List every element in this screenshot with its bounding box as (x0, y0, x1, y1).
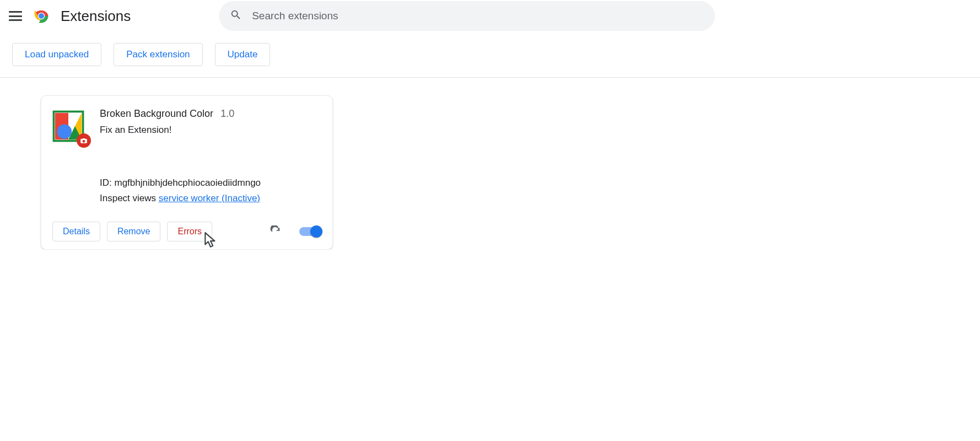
extension-icon (52, 110, 84, 142)
extension-version: 1.0 (220, 108, 234, 119)
page-title: Extensions (61, 8, 131, 25)
remove-button[interactable]: Remove (107, 222, 161, 241)
search-icon (230, 9, 242, 23)
pack-extension-button[interactable]: Pack extension (114, 43, 202, 66)
extension-inspect-row: Inspect views service worker (Inactive) (100, 191, 321, 206)
inspect-views-label: Inspect views (100, 193, 156, 203)
reload-icon[interactable] (270, 225, 282, 238)
extension-id-label: ID: (100, 178, 112, 188)
app-header: Extensions (0, 0, 980, 32)
extension-name: Broken Background Color (100, 108, 213, 119)
extension-title-row: Broken Background Color 1.0 (100, 107, 321, 120)
dev-toolbar: Load unpacked Pack extension Update (0, 32, 980, 78)
chrome-logo-icon (33, 8, 50, 24)
errors-button[interactable]: Errors (167, 222, 212, 241)
extensions-grid: Broken Background Color 1.0 Fix an Exten… (0, 78, 980, 250)
service-worker-link[interactable]: service worker (Inactive) (159, 193, 260, 203)
extension-id-row: ID: mgfbhjnibhjdehcphiocaoiediidmngo (100, 175, 321, 191)
details-button[interactable]: Details (52, 222, 100, 241)
search-box[interactable] (219, 1, 715, 31)
enable-toggle[interactable] (299, 227, 321, 236)
load-unpacked-button[interactable]: Load unpacked (12, 43, 101, 66)
update-button[interactable]: Update (215, 43, 271, 66)
svg-point-2 (39, 13, 44, 19)
search-input[interactable] (251, 9, 704, 23)
svg-point-7 (57, 124, 72, 139)
hamburger-icon[interactable] (9, 9, 22, 23)
unpacked-badge-icon (77, 133, 91, 148)
extension-card: Broken Background Color 1.0 Fix an Exten… (41, 95, 333, 250)
extension-description: Fix an Extension! (100, 125, 321, 136)
extension-id-value: mgfbhjnibhjdehcphiocaoiediidmngo (114, 178, 261, 188)
